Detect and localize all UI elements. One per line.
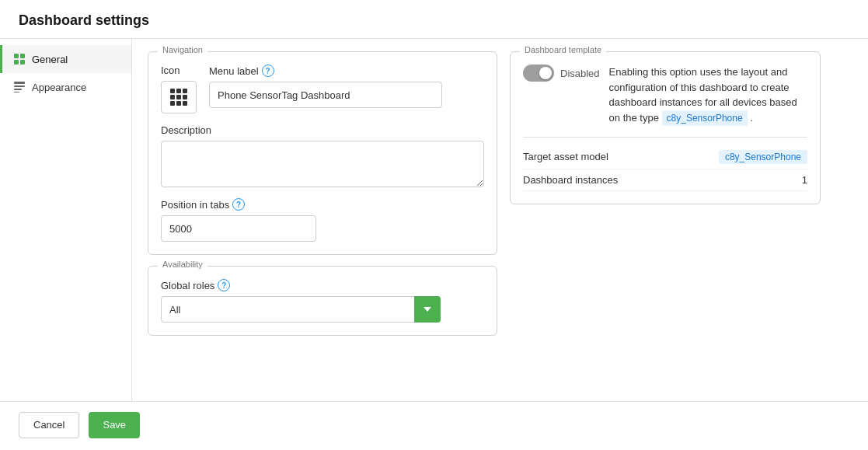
dashboard-instances-label: Dashboard instances xyxy=(523,174,618,186)
svg-rect-1 xyxy=(20,54,25,58)
sidebar-item-appearance[interactable]: Appearance xyxy=(0,73,131,101)
position-input[interactable] xyxy=(161,215,316,242)
grid-icon xyxy=(170,89,187,106)
template-header: Disabled Enabling this option uses the l… xyxy=(523,65,807,126)
right-panel: Dashboard template Disabled Enabling thi… xyxy=(510,51,821,389)
svg-rect-3 xyxy=(20,60,25,65)
target-asset-row: Target asset model c8y_SensorPhone xyxy=(523,145,807,169)
navigation-legend: Navigation xyxy=(158,45,207,54)
description-group: Description xyxy=(161,124,484,187)
global-roles-help-icon[interactable]: ? xyxy=(218,279,230,291)
description-label: Description xyxy=(161,124,484,136)
sidebar-item-label-general: General xyxy=(32,54,68,65)
svg-rect-2 xyxy=(14,60,19,65)
footer: Cancel Save xyxy=(0,401,868,448)
page-title: Dashboard settings xyxy=(19,12,849,29)
toggle-knob xyxy=(539,67,552,79)
svg-rect-5 xyxy=(14,85,25,87)
content-area: Navigation Icon xyxy=(132,39,868,401)
svg-rect-7 xyxy=(14,92,19,92)
appearance-icon xyxy=(13,81,26,93)
availability-panel: Availability Global roles ? All Admin Us… xyxy=(148,266,497,336)
template-tag-link[interactable]: c8y_SensorPhone xyxy=(662,110,748,126)
dashboard-template-legend: Dashboard template xyxy=(520,45,606,54)
navigation-panel: Navigation Icon xyxy=(148,51,497,255)
position-group: Position in tabs ? xyxy=(161,198,484,242)
general-icon xyxy=(13,53,26,65)
dashboard-instances-value: 1 xyxy=(802,174,807,186)
template-table: Target asset model c8y_SensorPhone Dashb… xyxy=(523,137,807,191)
toggle-container: Disabled xyxy=(523,65,600,82)
menu-label-help-icon[interactable]: ? xyxy=(262,65,274,77)
icon-menu-row: Icon xyxy=(161,65,484,113)
menu-label-text: Menu label ? xyxy=(209,65,442,77)
svg-rect-4 xyxy=(14,82,25,84)
menu-label-group: Menu label ? xyxy=(209,65,442,108)
position-label: Position in tabs ? xyxy=(161,198,484,211)
availability-legend: Availability xyxy=(158,260,207,269)
sidebar-item-label-appearance: Appearance xyxy=(32,82,86,93)
dashboard-instances-row: Dashboard instances 1 xyxy=(523,169,807,191)
sidebar-item-general[interactable]: General xyxy=(0,45,131,73)
sidebar: General Appearance xyxy=(0,39,132,401)
global-roles-select-wrapper: All Admin User Guest xyxy=(161,296,441,323)
icon-label: Icon xyxy=(161,65,197,76)
dashboard-template-panel: Dashboard template Disabled Enabling thi… xyxy=(510,51,821,204)
svg-rect-6 xyxy=(14,89,22,90)
global-roles-group: Global roles ? All Admin User Guest xyxy=(161,279,484,323)
save-button[interactable]: Save xyxy=(89,412,140,438)
page-header: Dashboard settings xyxy=(0,0,868,39)
menu-label-input[interactable] xyxy=(209,82,442,108)
template-description: Enabling this option uses the layout and… xyxy=(609,65,807,126)
main-layout: General Appearance Navigation xyxy=(0,39,868,401)
template-toggle[interactable] xyxy=(523,65,554,82)
svg-rect-0 xyxy=(14,54,19,58)
cancel-button[interactable]: Cancel xyxy=(19,412,79,438)
toggle-label: Disabled xyxy=(560,68,600,79)
description-textarea[interactable] xyxy=(161,141,484,187)
global-roles-label: Global roles ? xyxy=(161,279,484,291)
global-roles-select[interactable]: All Admin User Guest xyxy=(161,296,441,323)
target-asset-label: Target asset model xyxy=(523,151,608,162)
icon-picker[interactable] xyxy=(161,81,197,113)
icon-group: Icon xyxy=(161,65,197,113)
left-panels: Navigation Icon xyxy=(148,51,497,389)
position-help-icon[interactable]: ? xyxy=(232,198,245,211)
target-asset-value: c8y_SensorPhone xyxy=(719,150,807,164)
